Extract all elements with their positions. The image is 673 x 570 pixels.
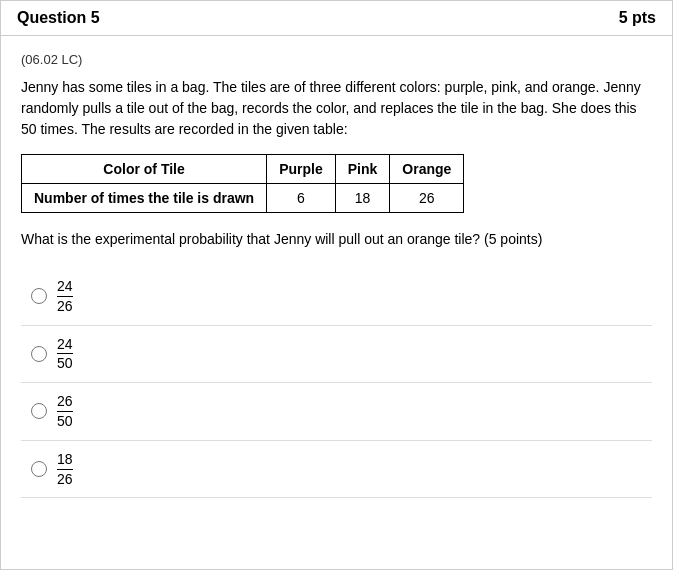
- table-header-pink: Pink: [335, 155, 390, 184]
- answer-option-3: 26 50: [21, 383, 652, 441]
- fraction-1: 24 26: [57, 278, 73, 315]
- lc-code: (06.02 LC): [21, 52, 652, 67]
- table-cell-orange: 26: [390, 184, 464, 213]
- fraction-4-numerator: 18: [57, 451, 73, 470]
- answer-option-4: 18 26: [21, 441, 652, 499]
- radio-4[interactable]: [31, 461, 47, 477]
- problem-text: Jenny has some tiles in a bag. The tiles…: [21, 77, 652, 140]
- question-line: What is the experimental probability tha…: [21, 229, 652, 250]
- header: Question 5 5 pts: [1, 1, 672, 36]
- page-container: Question 5 5 pts (06.02 LC) Jenny has so…: [0, 0, 673, 570]
- fraction-3-numerator: 26: [57, 393, 73, 412]
- fraction-3: 26 50: [57, 393, 73, 430]
- tile-table: Color of Tile Purple Pink Orange Number …: [21, 154, 464, 213]
- fraction-2-denominator: 50: [57, 354, 73, 372]
- fraction-4-denominator: 26: [57, 470, 73, 488]
- fraction-3-denominator: 50: [57, 412, 73, 430]
- table-header-orange: Orange: [390, 155, 464, 184]
- question-title: Question 5: [17, 9, 100, 27]
- answer-option-1: 24 26: [21, 268, 652, 326]
- table-row: Number of times the tile is drawn 6 18 2…: [22, 184, 464, 213]
- fraction-1-denominator: 26: [57, 297, 73, 315]
- table-row-label: Number of times the tile is drawn: [22, 184, 267, 213]
- radio-1[interactable]: [31, 288, 47, 304]
- radio-3[interactable]: [31, 403, 47, 419]
- answer-option-2: 24 50: [21, 326, 652, 384]
- table-header-color: Color of Tile: [22, 155, 267, 184]
- fraction-4: 18 26: [57, 451, 73, 488]
- content-area: (06.02 LC) Jenny has some tiles in a bag…: [1, 36, 672, 514]
- points-label: 5 pts: [619, 9, 656, 27]
- answer-options: 24 26 24 50 26 50: [21, 268, 652, 498]
- radio-2[interactable]: [31, 346, 47, 362]
- table-cell-purple: 6: [267, 184, 336, 213]
- fraction-1-numerator: 24: [57, 278, 73, 297]
- table-header-purple: Purple: [267, 155, 336, 184]
- fraction-2-numerator: 24: [57, 336, 73, 355]
- table-cell-pink: 18: [335, 184, 390, 213]
- fraction-2: 24 50: [57, 336, 73, 373]
